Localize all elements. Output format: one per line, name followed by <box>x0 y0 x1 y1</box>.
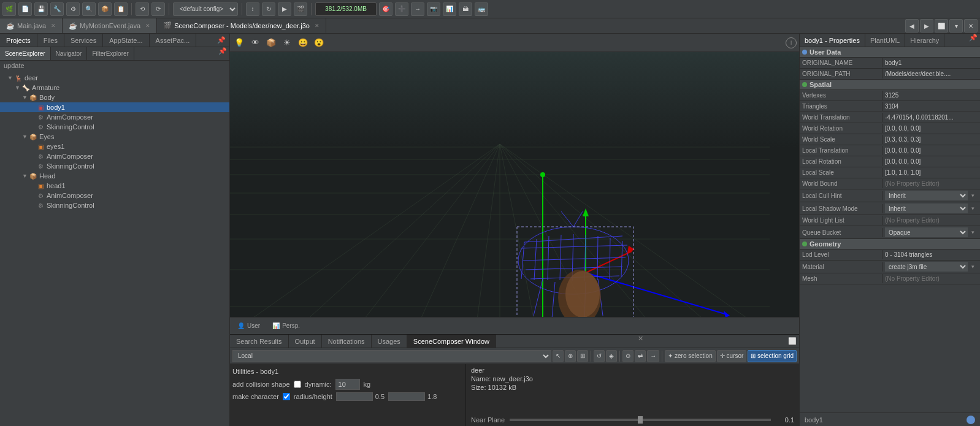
tree-item-skinning-1[interactable]: ⚙ SkinningControl <box>0 122 229 132</box>
files-tab[interactable]: Files <box>37 34 64 47</box>
viewport-info-icon[interactable]: i <box>786 37 797 48</box>
local-shadow-expand[interactable]: ▾ <box>968 203 978 213</box>
target-btn[interactable]: 🎯 <box>379 2 392 16</box>
hierarchy-tab[interactable]: Hierarchy <box>905 34 944 47</box>
undo-button[interactable]: ⟲ <box>136 2 149 16</box>
tree-arrow-deer[interactable]: ▼ <box>7 75 13 81</box>
play-btn[interactable]: ▶ <box>278 2 291 16</box>
tab-main-java[interactable]: ☕ Main.java ✕ <box>0 18 63 33</box>
radius-slider[interactable] <box>336 392 373 401</box>
local-cull-dropdown[interactable]: Inherit <box>885 191 968 200</box>
vp-eye-btn[interactable]: 👁 <box>248 36 262 50</box>
queue-bucket-expand[interactable]: ▾ <box>968 227 978 237</box>
scene-btn[interactable]: 🎬 <box>294 2 307 16</box>
character-checkbox[interactable] <box>283 393 290 400</box>
services-tab[interactable]: Services <box>64 34 103 47</box>
toolbar-icon-3[interactable]: 💾 <box>34 2 48 16</box>
right-pin-btn[interactable]: 📌 <box>967 34 980 47</box>
tab-scene-composer[interactable]: 🎬 SceneComposer - Models/deer/new_deer.j… <box>157 18 326 33</box>
tab-motion-event[interactable]: ☕ MyMotionEvent.java ✕ <box>63 18 157 33</box>
scale-tool-btn[interactable]: ⊞ <box>577 350 588 362</box>
vp-sun-btn[interactable]: ☀ <box>280 36 294 50</box>
terrain-btn[interactable]: 🏔 <box>459 2 472 16</box>
filter-explorer-tab[interactable]: FilterExplorer <box>87 47 134 60</box>
tab-menu[interactable]: ▾ <box>949 19 963 32</box>
pivot-btn[interactable]: ⊙ <box>622 350 634 362</box>
bus-btn[interactable]: 🚌 <box>475 2 488 16</box>
vp-light-btn[interactable]: 💡 <box>232 36 246 50</box>
toolbar-icon-4[interactable]: 🔧 <box>50 2 64 16</box>
vp-cube-btn[interactable]: 📦 <box>264 36 278 50</box>
tree-view[interactable]: ▼ 🦌 deer ▼ 🦴 Armature ▼ 📦 Body <box>0 70 229 426</box>
tree-item-eyes[interactable]: ▼ 📦 Eyes <box>0 132 229 142</box>
properties-tab[interactable]: body1 - Properties <box>800 34 865 47</box>
tree-item-head[interactable]: ▼ 📦 Head <box>0 171 229 181</box>
user-mode-tab[interactable]: 👤 User <box>234 321 264 331</box>
move-tool-btn[interactable]: ⊕ <box>565 350 576 362</box>
tree-item-deer[interactable]: ▼ 🦌 deer <box>0 73 229 83</box>
tab-notifications[interactable]: Notifications <box>322 335 372 348</box>
arrow-right-btn[interactable]: → <box>647 350 659 362</box>
local-shadow-dropdown[interactable]: Inherit <box>885 203 968 213</box>
config-dropdown[interactable]: <default config> <box>173 2 238 16</box>
tree-item-skinning-2[interactable]: ⚙ SkinningControl <box>0 161 229 171</box>
tab-close-3[interactable]: ✕ <box>315 23 320 29</box>
vp-face-btn[interactable]: 😀 <box>296 36 310 50</box>
redo-button[interactable]: ⟳ <box>151 2 165 16</box>
tree-item-animcomposer-3[interactable]: ⚙ AnimComposer <box>0 191 229 200</box>
tree-item-armature[interactable]: ▼ 🦴 Armature <box>0 83 229 93</box>
tree-item-animcomposer-2[interactable]: ⚙ AnimComposer <box>0 151 229 161</box>
queue-bucket-dropdown[interactable]: Opaque <box>885 227 968 237</box>
tree-arrow-body[interactable]: ▼ <box>22 94 28 101</box>
selection-grid-btn[interactable]: ⊞ selection grid <box>748 350 797 362</box>
tab-usages[interactable]: Usages <box>372 335 407 348</box>
local-dropdown[interactable]: Local <box>232 350 551 362</box>
assetpac-tab[interactable]: AssetPac... <box>150 34 197 47</box>
select-tool-btn[interactable]: ↖ <box>553 350 564 362</box>
persp-mode-tab[interactable]: 📊 Persp. <box>269 321 304 331</box>
rotate-tool-btn[interactable]: ↻ <box>262 2 275 16</box>
bottom-panel-close[interactable]: ✕ <box>635 335 646 348</box>
toolbar-icon-6[interactable]: 🔍 <box>82 2 96 16</box>
material-expand[interactable]: ▾ <box>968 262 978 272</box>
plus-btn[interactable]: ➕ <box>395 2 408 16</box>
near-plane-slider[interactable] <box>510 419 771 421</box>
tree-item-body[interactable]: ▼ 📦 Body <box>0 93 229 102</box>
zero-selection-btn[interactable]: ✦ zero selection <box>665 350 715 362</box>
tab-search-results[interactable]: Search Results <box>230 335 289 348</box>
tab-scene-composer-window[interactable]: SceneComposer Window <box>407 335 496 348</box>
tab-close-2[interactable]: ✕ <box>145 23 150 29</box>
cursor-btn[interactable]: ✛ cursor <box>717 350 747 362</box>
tree-arrow-armature[interactable]: ▼ <box>15 85 21 91</box>
left-pin-btn[interactable]: 📌 <box>213 36 229 44</box>
toolbar-icon-7[interactable]: 📦 <box>98 2 112 16</box>
tree-item-head1[interactable]: ▣ head1 <box>0 181 229 191</box>
move-tool-btn[interactable]: ↕ <box>246 2 259 16</box>
rotate-cw-btn[interactable]: ↺ <box>594 350 605 362</box>
toolbar-icon-1[interactable]: 🌿 <box>2 2 16 16</box>
toolbar-icon-5[interactable]: ⚙ <box>66 2 80 16</box>
projects-tab[interactable]: Projects <box>0 34 37 47</box>
tree-arrow-head[interactable]: ▼ <box>22 173 28 179</box>
chart-btn[interactable]: 📊 <box>443 2 456 16</box>
tree-item-body1[interactable]: ▣ body1 <box>0 102 229 112</box>
toolbar-icon-2[interactable]: 📄 <box>18 2 32 16</box>
tree-arrow-eyes[interactable]: ▼ <box>22 134 28 140</box>
plantuml-tab[interactable]: PlantUML <box>865 34 905 47</box>
scene-explorer-tab[interactable]: SceneExplorer <box>0 47 51 60</box>
nav-tab-pin[interactable]: 📌 <box>216 47 229 60</box>
tree-item-skinning-3[interactable]: ⚙ SkinningControl <box>0 200 229 210</box>
height-slider[interactable] <box>388 392 425 401</box>
tab-close-1[interactable]: ✕ <box>51 23 56 29</box>
tab-output[interactable]: Output <box>289 335 322 348</box>
local-cull-expand[interactable]: ▾ <box>968 191 978 200</box>
vp-face2-btn[interactable]: 😮 <box>312 36 326 50</box>
appstate-tab[interactable]: AppState... <box>103 34 149 47</box>
navigator-tab[interactable]: Navigator <box>51 47 88 60</box>
toolbar-icon-8[interactable]: 📋 <box>114 2 128 16</box>
tab-scroll-right[interactable]: ▶ <box>920 19 933 32</box>
dynamic-input[interactable] <box>335 379 360 390</box>
mirror-btn[interactable]: ⇄ <box>635 350 646 362</box>
tab-maximize[interactable]: ⬜ <box>935 19 948 32</box>
near-plane-handle[interactable] <box>638 416 643 424</box>
